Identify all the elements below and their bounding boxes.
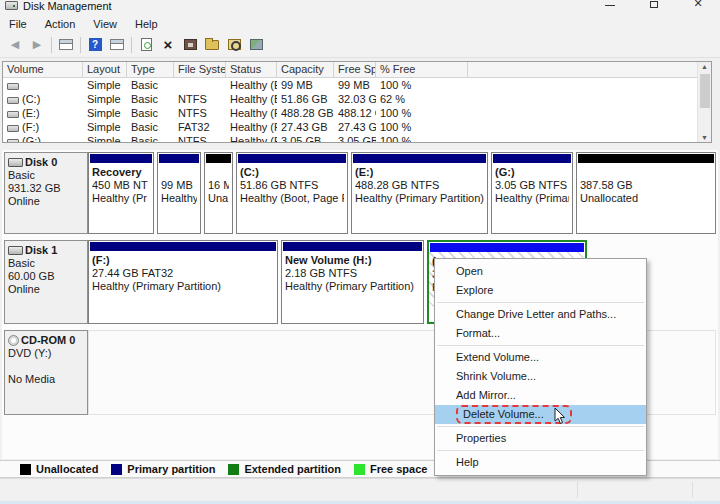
toolbar-separator bbox=[131, 37, 132, 53]
menu-item-change-drive-letter[interactable]: Change Drive Letter and Paths... bbox=[435, 305, 646, 324]
toolbar-separator bbox=[80, 37, 81, 53]
menu-item-open[interactable]: Open bbox=[435, 262, 646, 281]
close-button[interactable]: ✕ bbox=[676, 0, 720, 8]
menu-item-help[interactable]: Help bbox=[435, 453, 646, 472]
column-header-freespace[interactable]: Free Spa... bbox=[334, 62, 376, 78]
partition-color-bar bbox=[283, 242, 422, 251]
legend-extended-partition: Extended partition bbox=[228, 463, 341, 475]
menu-item-shrink-volume[interactable]: Shrink Volume... bbox=[435, 367, 646, 386]
open-button[interactable] bbox=[201, 35, 223, 55]
volume-row-f[interactable]: (F:) Simple Basic FAT32 Healthy (P... 27… bbox=[3, 120, 711, 134]
column-header-layout[interactable]: Layout bbox=[83, 62, 127, 78]
view-button[interactable] bbox=[245, 35, 267, 55]
delete-volume-annotation: Delete Volume... bbox=[456, 405, 572, 424]
partition-color-bar bbox=[578, 154, 714, 163]
menu-item-explore[interactable]: Explore bbox=[435, 281, 646, 300]
mouse-cursor-icon bbox=[554, 408, 566, 424]
delete-button[interactable]: × bbox=[157, 35, 179, 55]
open-folder-icon bbox=[205, 40, 219, 50]
partition-99mb[interactable]: 99 MB Healthy bbox=[157, 152, 201, 234]
show-action-pane-button[interactable] bbox=[106, 35, 128, 55]
scroll-down-icon[interactable]: ▼ bbox=[701, 133, 708, 142]
action-pane-icon bbox=[110, 39, 124, 50]
statusbar-divider bbox=[577, 482, 578, 498]
legend-swatch bbox=[111, 464, 122, 475]
legend-primary-partition: Primary partition bbox=[111, 463, 215, 475]
partition-g[interactable]: (G:) 3.05 GB NTFS Healthy (Primar bbox=[491, 152, 573, 234]
volume-row-efi[interactable]: Simple Basic Healthy (E... 99 MB 99 MB 1… bbox=[3, 78, 711, 92]
volume-list-header: Volume Layout Type File System Status Ca… bbox=[3, 62, 711, 78]
partition-16mb-unallocated[interactable]: 16 M Una bbox=[204, 152, 233, 234]
status-bar bbox=[0, 478, 720, 504]
properties-button[interactable] bbox=[179, 35, 201, 55]
menu-file[interactable]: File bbox=[0, 18, 36, 30]
volume-row-g-clipped[interactable]: (G:) Simple Basic NTFS Healthy (P... 3.0… bbox=[3, 134, 711, 143]
maximize-button[interactable] bbox=[632, 0, 676, 8]
show-console-tree-button[interactable] bbox=[55, 35, 77, 55]
partition-color-bar bbox=[353, 154, 486, 163]
column-header-volume[interactable]: Volume bbox=[3, 62, 83, 78]
menu-item-delete-volume[interactable]: Delete Volume... bbox=[435, 405, 646, 424]
menu-action[interactable]: Action bbox=[36, 18, 85, 30]
menu-separator bbox=[437, 302, 644, 303]
cdrom-label[interactable]: CD-ROM 0 DVD (Y:) No Media bbox=[4, 330, 88, 415]
computer-view-icon bbox=[250, 39, 263, 50]
partition-unallocated[interactable]: 387.58 GB Unallocated bbox=[576, 152, 716, 234]
volume-icon bbox=[7, 83, 19, 90]
find-button[interactable] bbox=[223, 35, 245, 55]
legend-swatch bbox=[228, 464, 239, 475]
minimize-icon bbox=[605, 5, 615, 6]
legend-swatch bbox=[354, 464, 365, 475]
menu-item-properties[interactable]: Properties bbox=[435, 429, 646, 448]
menu-separator bbox=[437, 450, 644, 451]
menu-view[interactable]: View bbox=[84, 18, 126, 30]
menu-separator bbox=[437, 345, 644, 346]
volume-icon bbox=[7, 111, 19, 118]
partition-h[interactable]: New Volume (H:) 2.18 GB NTFS Healthy (Pr… bbox=[281, 240, 424, 324]
menu-item-extend-volume[interactable]: Extend Volume... bbox=[435, 348, 646, 367]
menu-item-add-mirror[interactable]: Add Mirror... bbox=[435, 386, 646, 405]
console-window-icon bbox=[59, 39, 73, 50]
forward-icon: ▶ bbox=[33, 38, 41, 51]
cd-icon bbox=[8, 335, 19, 346]
column-header-filesystem[interactable]: File System bbox=[174, 62, 226, 78]
context-menu: Open Explore Change Drive Letter and Pat… bbox=[434, 258, 647, 476]
help-icon: ? bbox=[89, 38, 102, 51]
disk0-row: Disk 0 Basic 931.32 GB Online Recovery 4… bbox=[4, 152, 716, 234]
back-button[interactable]: ◀ bbox=[4, 35, 26, 55]
menu-item-format[interactable]: Format... bbox=[435, 324, 646, 343]
search-icon bbox=[228, 39, 241, 50]
column-header-pctfree[interactable]: % Free bbox=[376, 62, 468, 78]
partition-color-bar bbox=[159, 154, 199, 163]
help-button[interactable]: ? bbox=[84, 35, 106, 55]
menu-bar: File Action View Help bbox=[0, 15, 720, 32]
scroll-up-icon[interactable]: ▲ bbox=[701, 62, 708, 71]
toolbar-separator bbox=[51, 37, 52, 53]
column-header-status[interactable]: Status bbox=[226, 62, 277, 78]
disk1-label[interactable]: Disk 1 Basic 60.00 GB Online bbox=[4, 240, 88, 324]
partition-c[interactable]: (C:) 51.86 GB NTFS Healthy (Boot, Page F… bbox=[236, 152, 348, 234]
properties-icon bbox=[184, 39, 197, 50]
partition-color-bar bbox=[238, 154, 346, 163]
scrollbar-thumb[interactable] bbox=[700, 74, 710, 108]
volume-icon bbox=[7, 97, 19, 104]
delete-x-icon: × bbox=[164, 38, 173, 52]
partition-color-bar bbox=[206, 154, 231, 163]
partition-f[interactable]: (F:) 27.44 GB FAT32 Healthy (Primary Par… bbox=[88, 240, 278, 324]
toolbar: ◀ ▶ ? × bbox=[0, 32, 720, 58]
column-header-capacity[interactable]: Capacity bbox=[277, 62, 334, 78]
partition-color-bar bbox=[90, 242, 276, 251]
volume-row-e[interactable]: (E:) Simple Basic NTFS Healthy (P... 488… bbox=[3, 106, 711, 120]
disk0-label[interactable]: Disk 0 Basic 931.32 GB Online bbox=[4, 152, 88, 234]
partition-e[interactable]: (E:) 488.28 GB NTFS Healthy (Primary Par… bbox=[351, 152, 488, 234]
partition-recovery[interactable]: Recovery 450 MB NT Healthy (Pr bbox=[88, 152, 154, 234]
column-header-type[interactable]: Type bbox=[127, 62, 174, 78]
refresh-button[interactable] bbox=[135, 35, 157, 55]
forward-button[interactable]: ▶ bbox=[26, 35, 48, 55]
volume-row-c[interactable]: (C:) Simple Basic NTFS Healthy (B... 51.… bbox=[3, 92, 711, 106]
vertical-scrollbar[interactable]: ▲ ▼ bbox=[697, 62, 711, 142]
close-icon: ✕ bbox=[693, 0, 702, 8]
legend-unallocated: Unallocated bbox=[20, 463, 98, 475]
minimize-button[interactable] bbox=[588, 0, 632, 8]
menu-help[interactable]: Help bbox=[126, 18, 167, 30]
